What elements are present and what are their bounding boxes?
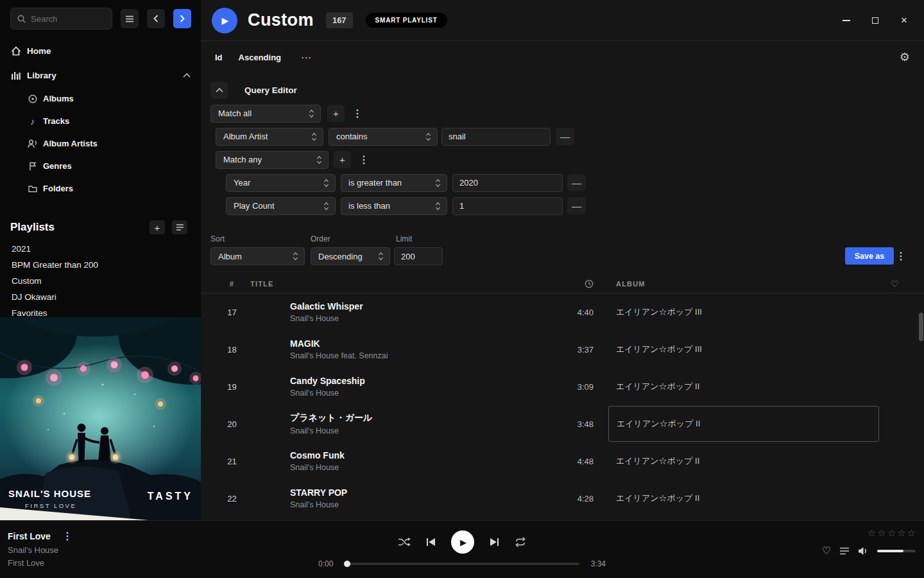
rule-value-input[interactable]: [452, 197, 563, 215]
track-title: Candy Spaceship: [290, 376, 549, 386]
sidebar-item-albums[interactable]: Albums: [0, 87, 201, 110]
volume-icon: [858, 547, 869, 556]
smart-playlist-badge: SMART PLAYLIST: [366, 13, 447, 28]
sidebar-item-home[interactable]: Home: [0, 39, 201, 63]
queue-button[interactable]: [839, 547, 850, 555]
track-title: Galactic Whisper: [290, 301, 549, 311]
query-order-select[interactable]: Descending: [311, 247, 390, 265]
favorite-heart-button[interactable]: ♡: [822, 545, 831, 557]
playlist-item[interactable]: DJ Okawari: [0, 289, 201, 305]
track-artist: Snail's House: [290, 426, 549, 435]
volume-button[interactable]: [858, 547, 869, 556]
search-input[interactable]: [31, 14, 101, 24]
chevron-up-icon[interactable]: [183, 73, 191, 78]
playlist-item[interactable]: Custom: [0, 273, 201, 289]
remove-rule-button[interactable]: —: [556, 128, 574, 145]
rule-operator-select[interactable]: is greater than: [341, 174, 447, 192]
playlist-item[interactable]: BPM Greater than 200: [0, 257, 201, 273]
sort-direction-button[interactable]: Ascending: [239, 53, 281, 62]
sidebar-item-tracks[interactable]: ♪ Tracks: [0, 110, 201, 132]
repeat-icon: [515, 537, 526, 547]
rule-field-select[interactable]: Year: [226, 174, 336, 192]
star-icon[interactable]: ☆: [887, 527, 896, 539]
star-icon[interactable]: ☆: [897, 527, 905, 539]
table-row[interactable]: 20 プラネット・ガール Snail's House 3:48 エイリアン☆ポッ…: [201, 405, 924, 442]
query-limit-input[interactable]: [394, 247, 443, 265]
remove-rule-button[interactable]: —: [567, 174, 586, 191]
minimize-button[interactable]: [841, 15, 852, 26]
forward-button[interactable]: [173, 9, 191, 28]
player-right-controls: ☆ ☆ ☆ ☆ ☆ ♡: [822, 527, 916, 557]
table-header: # TITLE ALBUM ♡: [201, 275, 924, 293]
track-album: エイリアン☆ポップ II: [616, 368, 879, 405]
play-icon: ▶: [222, 15, 229, 26]
query-menu-button[interactable]: ⋮: [893, 250, 909, 262]
seek-handle[interactable]: [344, 561, 350, 567]
match-mode-select[interactable]: Match all: [210, 105, 321, 123]
star-icon[interactable]: ☆: [907, 527, 916, 539]
playlists-header: Playlists +: [0, 219, 201, 236]
track-artist: Snail's House: [290, 500, 549, 509]
now-playing-menu-button[interactable]: ⋮: [60, 530, 75, 542]
track-title: STARRY POP: [290, 487, 549, 498]
save-as-button[interactable]: Save as: [845, 247, 894, 265]
volume-fill: [877, 550, 903, 552]
track-album-focused-cell[interactable]: エイリアン☆ポップ II: [608, 406, 879, 442]
volume-slider[interactable]: [877, 550, 916, 552]
chevron-right-icon: [180, 15, 185, 22]
nested-group-menu-button[interactable]: ⋮: [356, 153, 372, 166]
sort-field-button[interactable]: Id: [215, 53, 223, 62]
add-rule-button[interactable]: +: [327, 105, 345, 122]
repeat-button[interactable]: [515, 537, 526, 547]
star-icon[interactable]: ☆: [877, 527, 886, 539]
play-pause-button[interactable]: ▶: [451, 530, 474, 554]
rule-value-input[interactable]: [441, 128, 551, 146]
rule-operator-select[interactable]: contains: [329, 128, 438, 146]
shuffle-button[interactable]: [398, 537, 411, 547]
sidebar-item-folders[interactable]: Folders: [0, 177, 201, 200]
sidebar-item-genres[interactable]: Genres: [0, 155, 201, 177]
table-row[interactable]: 21 Cosmo Funk Snail's House 4:48 エイリアン☆ポ…: [201, 442, 924, 480]
collapse-query-editor-button[interactable]: [210, 82, 228, 99]
rule-field-select[interactable]: Play Count: [226, 197, 336, 215]
back-button[interactable]: [147, 9, 165, 28]
star-icon[interactable]: ☆: [868, 527, 876, 539]
search-box[interactable]: [10, 8, 112, 30]
rule-operator-select[interactable]: is less than: [341, 197, 447, 215]
nested-match-mode-select[interactable]: Match any: [216, 151, 329, 169]
select-arrows-icon: [323, 202, 329, 211]
track-title: プラネット・ガール: [290, 412, 549, 424]
rule-field-select[interactable]: Album Artist: [216, 128, 323, 146]
playlist-item[interactable]: 2021: [0, 241, 201, 257]
track-duration: 3:09: [549, 382, 594, 392]
player-bar: First Love ⋮ Snail's House First Love ▶ …: [0, 520, 924, 578]
table-row[interactable]: 18 MAGIK Snail's House feat. Sennzai 3:3…: [201, 331, 924, 368]
table-row[interactable]: 22 STARRY POP Snail's House 4:28 エイリアン☆ポ…: [201, 480, 924, 517]
select-arrows-icon: [425, 132, 431, 141]
sidebar-item-label: Tracks: [43, 116, 69, 126]
seek-slider[interactable]: [345, 563, 579, 565]
next-track-button[interactable]: [490, 538, 499, 547]
sidebar-item-album-artists[interactable]: Album Artists: [0, 132, 201, 155]
play-playlist-button[interactable]: ▶: [212, 8, 237, 33]
sidebar-item-library[interactable]: Library: [0, 63, 201, 87]
rule-group-menu-button[interactable]: ⋮: [350, 107, 365, 119]
more-options-button[interactable]: ⋯: [301, 51, 312, 64]
query-sort-select[interactable]: Album: [210, 247, 305, 265]
table-row[interactable]: 17 Galactic Whisper Snail's House 4:40 エ…: [201, 293, 924, 331]
previous-track-button[interactable]: [426, 538, 436, 547]
maximize-button[interactable]: [869, 15, 881, 26]
add-playlist-button[interactable]: +: [150, 220, 165, 234]
settings-gear-icon[interactable]: ⚙: [900, 50, 910, 64]
menu-button[interactable]: [121, 9, 139, 28]
remove-rule-button[interactable]: —: [567, 197, 586, 215]
add-nested-rule-button[interactable]: +: [334, 151, 351, 168]
rule-value-input[interactable]: [452, 174, 563, 192]
playlist-list-button[interactable]: [172, 220, 187, 234]
rating-stars[interactable]: ☆ ☆ ☆ ☆ ☆: [868, 527, 916, 539]
close-button[interactable]: ×: [898, 15, 910, 26]
favorite-column-heart-icon: ♡: [879, 279, 911, 289]
scrollbar-thumb[interactable]: [919, 313, 923, 341]
seek-bar: 0:00 3:34: [318, 558, 606, 570]
table-row[interactable]: 19 Candy Spaceship Snail's House 3:09 エイ…: [201, 368, 924, 405]
